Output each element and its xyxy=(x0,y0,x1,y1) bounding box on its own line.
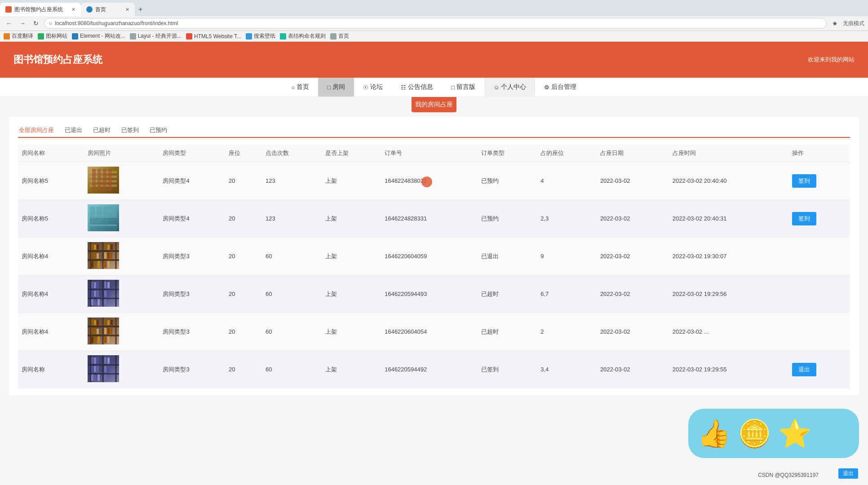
svg-rect-78 xyxy=(94,337,96,343)
svg-rect-95 xyxy=(97,366,99,373)
action-button[interactable]: 退出 xyxy=(792,363,816,376)
cell-clicks: 60 xyxy=(262,351,322,388)
app-welcome: 欢迎来到我的网站 xyxy=(808,56,855,64)
cell-room-name: 房间名称4 xyxy=(18,313,84,351)
cell-room-photo xyxy=(84,238,159,275)
action-button[interactable]: 签到 xyxy=(792,212,816,225)
cell-room-type: 房间类型3 xyxy=(159,351,225,388)
col-order-no: 订单号 xyxy=(381,145,478,162)
cell-seat-taken: 2 xyxy=(537,313,597,351)
nav-item-notice[interactable]: ☷ 公告信息 xyxy=(392,78,442,97)
svg-rect-20 xyxy=(102,242,104,269)
action-button[interactable]: 签到 xyxy=(792,174,816,188)
bookmark-icon-site[interactable]: 图标网站 xyxy=(38,32,67,40)
svg-rect-68 xyxy=(104,319,106,325)
incognito-label: 无痕模式 xyxy=(843,20,864,27)
cell-clicks: 123 xyxy=(262,200,322,238)
filter-tabs: 全部房间占座 已退出 已超时 已签到 已预约 xyxy=(18,123,850,138)
nav-label-message: 留言版 xyxy=(456,83,475,91)
svg-rect-70 xyxy=(111,320,113,325)
nav-item-forum[interactable]: ☉ 论坛 xyxy=(354,78,392,97)
tab-close-1[interactable]: ✕ xyxy=(71,7,75,13)
nav-item-admin[interactable]: ⚙ 后台管理 xyxy=(535,78,585,97)
tab-active[interactable]: 图书馆预约占座系统 ✕ xyxy=(0,3,81,16)
bookmark-icon-5 xyxy=(186,33,192,40)
filter-tab-reserved[interactable]: 已预约 xyxy=(149,123,168,138)
star-button[interactable]: ★ xyxy=(829,18,840,29)
cell-room-name: 房间名称4 xyxy=(18,238,84,275)
cell-order-type: 已预约 xyxy=(478,162,537,200)
cell-seat-count: 20 xyxy=(225,238,262,275)
cell-room-type: 房间类型4 xyxy=(159,200,225,238)
nav-item-personal[interactable]: ☺ 个人中心 xyxy=(484,78,535,97)
svg-rect-58 xyxy=(104,299,106,305)
nav-item-message[interactable]: □ 留言版 xyxy=(442,78,484,97)
cell-room-type: 房间类型3 xyxy=(159,313,225,351)
svg-rect-57 xyxy=(97,299,100,305)
bookmark-wallpaper[interactable]: 搜索壁纸 xyxy=(246,32,275,40)
sub-banner-label: 我的房间占座 xyxy=(415,101,453,108)
svg-rect-11 xyxy=(90,207,95,218)
cell-date: 2022-03-02 xyxy=(597,238,669,275)
table-row: 房间名称 房间类型3 20 60 xyxy=(18,351,850,388)
bookmark-layui[interactable]: Layui - 经典开源... xyxy=(130,32,182,40)
bookmark-table-naming[interactable]: 表结构命名规则 xyxy=(280,32,326,40)
nav-item-room[interactable]: □ 房间 xyxy=(318,78,354,97)
refresh-button[interactable]: ↻ xyxy=(31,18,41,29)
filter-tab-all[interactable]: 全部房间占座 xyxy=(18,123,55,138)
svg-rect-98 xyxy=(91,375,93,381)
nav-label-admin: 后台管理 xyxy=(551,83,576,91)
svg-rect-24 xyxy=(97,244,99,250)
nav-item-home[interactable]: ○ 首页 xyxy=(283,78,319,97)
cell-room-name: 房间名称5 xyxy=(18,162,84,200)
tab-inactive[interactable]: 首页 ✕ xyxy=(81,3,135,16)
browser-toolbar: ← → ↻ ○ localhost:8080/tushuguanzhanazuo… xyxy=(0,16,868,31)
svg-rect-86 xyxy=(102,355,104,382)
cell-action xyxy=(788,275,850,313)
svg-rect-69 xyxy=(107,320,110,325)
cell-clicks: 60 xyxy=(262,313,322,351)
bookmark-baidu-translate[interactable]: 百度翻译 xyxy=(4,32,33,40)
cell-time: 2022-03-02 19:30:07 xyxy=(669,238,789,275)
filter-tab-expired[interactable]: 已超时 xyxy=(92,123,111,138)
cell-order-type: 已超时 xyxy=(478,275,537,313)
cell-seat-taken: 6,7 xyxy=(537,275,597,313)
personal-nav-icon: ☺ xyxy=(493,84,499,91)
cell-on-shelf: 上架 xyxy=(322,162,381,200)
app-header: 图书馆预约占座系统 欢迎来到我的网站 xyxy=(0,42,868,78)
tab-favicon-1 xyxy=(5,6,12,13)
svg-rect-97 xyxy=(107,366,110,373)
forum-nav-icon: ☉ xyxy=(363,84,368,91)
svg-rect-7 xyxy=(103,169,106,191)
tab-close-2[interactable]: ✕ xyxy=(125,7,129,13)
cell-order-no: 1646220594492 xyxy=(381,351,478,388)
svg-rect-64 xyxy=(115,317,117,344)
svg-rect-45 xyxy=(91,282,93,288)
cell-seat-taken: 3,4 xyxy=(537,351,597,388)
cell-order-type: 已签到 xyxy=(478,351,537,388)
filter-tab-exited[interactable]: 已退出 xyxy=(64,123,83,138)
table-body: 房间名称5 房间类型4 20 123 上架 1646224838031 已预约 … xyxy=(18,162,850,388)
col-room-type: 房间类型 xyxy=(159,145,225,162)
svg-rect-49 xyxy=(107,282,110,288)
cell-on-shelf: 上架 xyxy=(322,313,381,351)
back-button[interactable]: ← xyxy=(4,18,14,29)
bookmark-html5[interactable]: HTML5 Website T... xyxy=(186,33,241,40)
new-tab-button[interactable]: + xyxy=(135,3,146,16)
forward-button[interactable]: → xyxy=(17,18,28,29)
nav-label-notice: 公告信息 xyxy=(408,83,433,91)
bookmark-element[interactable]: Element - 网站改... xyxy=(72,32,125,40)
cell-action xyxy=(788,238,850,275)
svg-rect-31 xyxy=(104,252,106,259)
svg-rect-52 xyxy=(97,290,99,297)
cell-action xyxy=(788,313,850,351)
address-bar[interactable]: ○ localhost:8080/tushuguanzhanazuo/front… xyxy=(44,18,827,29)
svg-rect-90 xyxy=(97,357,99,364)
bookmark-home[interactable]: 首页 xyxy=(330,32,349,40)
cell-order-no: 1646220604054 xyxy=(381,313,478,351)
home-nav-icon: ○ xyxy=(292,84,295,91)
browser-chrome: 图书馆预约占座系统 ✕ 首页 ✕ + ← → ↻ ○ localhost:808… xyxy=(0,0,868,42)
nav-label-personal: 个人中心 xyxy=(501,83,526,91)
svg-rect-101 xyxy=(104,375,106,381)
filter-tab-signed[interactable]: 已签到 xyxy=(120,123,140,138)
